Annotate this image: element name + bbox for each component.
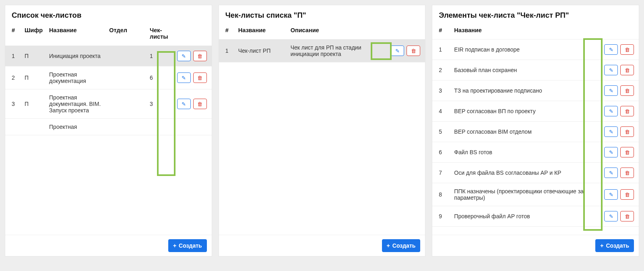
table-row[interactable]: 6Файл BS готов✎🗑	[432, 142, 639, 163]
delete-button[interactable]: 🗑	[620, 44, 634, 55]
panel2-col-name: Название	[235, 21, 287, 39]
table-row[interactable]: 4BEP согласован ВП по проекту✎🗑	[432, 101, 639, 122]
delete-button[interactable]: 🗑	[193, 51, 207, 61]
create-label: Создать	[179, 242, 202, 249]
cell-name: Проектная документация	[46, 66, 106, 89]
cell-name: ППК назначены (проектировщики отвечающие…	[451, 183, 599, 206]
panel2-scroll[interactable]: # Название Описание 1Чек-лист РПЧек лист…	[219, 21, 425, 235]
edit-button[interactable]: ✎	[177, 51, 191, 61]
panel3-table: # Название 1EIR подписан в договоре✎🗑2Ба…	[432, 21, 639, 227]
delete-button[interactable]: 🗑	[193, 99, 207, 109]
cell-code: П	[21, 46, 46, 66]
cell-name: Файл BS готов	[451, 142, 599, 163]
table-row[interactable]: 1EIR подписан в договоре✎🗑	[432, 39, 639, 60]
pencil-icon: ✎	[609, 47, 613, 53]
cell-name: ТЗ на проектирование подписано	[451, 81, 599, 101]
table-row[interactable]: 2Базовый план сохранен✎🗑	[432, 60, 639, 81]
cell-name: EIR подписан в договоре	[451, 39, 599, 60]
pencil-icon: ✎	[182, 53, 186, 59]
cell-checklists	[147, 119, 171, 135]
plus-icon: +	[173, 242, 176, 249]
cell-name: Оси для файла BS согласованы АР и КР	[451, 163, 599, 183]
delete-button[interactable]: 🗑	[620, 189, 634, 200]
plus-icon: +	[387, 242, 390, 249]
panel1-col-num: #	[5, 21, 21, 46]
pencil-icon: ✎	[609, 213, 613, 219]
delete-button[interactable]: 🗑	[620, 211, 634, 221]
pencil-icon: ✎	[609, 192, 613, 198]
cell-num: 2	[432, 60, 451, 81]
panel-checklist-groups: Список чек-листов # Шифр Название Отдел …	[5, 5, 212, 257]
edit-button[interactable]: ✎	[604, 85, 618, 96]
edit-button[interactable]: ✎	[390, 46, 404, 56]
panel1-col-dept: Отдел	[106, 21, 147, 46]
delete-button[interactable]: 🗑	[620, 106, 634, 116]
pencil-icon: ✎	[609, 149, 613, 155]
cell-dept	[106, 46, 147, 66]
cell-code	[21, 119, 46, 135]
table-row[interactable]: Проектная	[5, 119, 212, 135]
cell-name: Базовый план сохранен	[451, 60, 599, 81]
cell-checklists: 1	[147, 46, 171, 66]
panel1-col-code: Шифр	[21, 21, 46, 46]
plus-icon: +	[600, 242, 603, 249]
table-row[interactable]: 8ППК назначены (проектировщики отвечающи…	[432, 183, 639, 206]
table-row[interactable]: 3ППроектная документация. BIM. Запуск пр…	[5, 89, 212, 119]
cell-code: П	[21, 89, 46, 119]
panel3-scroll[interactable]: # Название 1EIR подписан в договоре✎🗑2Ба…	[432, 21, 639, 235]
edit-button[interactable]: ✎	[604, 168, 618, 178]
edit-button[interactable]: ✎	[604, 189, 618, 200]
panel3-title: Элементы чек-листа "Чек-лист РП"	[432, 5, 639, 21]
cell-checklists: 6	[147, 66, 171, 89]
trash-icon: 🗑	[625, 88, 630, 94]
table-row[interactable]: 9Проверочный файл АР готов✎🗑	[432, 206, 639, 227]
panel3-footer: + Создать	[432, 235, 639, 256]
panel2-table: # Название Описание 1Чек-лист РПЧек лист…	[219, 21, 425, 62]
edit-button[interactable]: ✎	[177, 72, 191, 83]
panel1-table: # Шифр Название Отдел Чек-листы 1ПИнициа…	[5, 21, 212, 135]
trash-icon: 🗑	[625, 108, 630, 114]
panel2-col-actions	[385, 21, 425, 39]
cell-num: 3	[432, 81, 451, 101]
edit-button[interactable]: ✎	[604, 106, 618, 116]
delete-button[interactable]: 🗑	[407, 46, 420, 56]
create-button[interactable]: + Создать	[595, 239, 634, 252]
cell-num: 5	[432, 122, 451, 142]
table-row[interactable]: 5BEP согласован BIM отделом✎🗑	[432, 122, 639, 142]
cell-name: BEP согласован BIM отделом	[451, 122, 599, 142]
cell-name: Чек-лист РП	[235, 39, 287, 62]
delete-button[interactable]: 🗑	[620, 126, 634, 137]
panel2-col-num: #	[219, 21, 235, 39]
edit-button[interactable]: ✎	[604, 147, 618, 157]
cell-dept	[106, 89, 147, 119]
panel1-scroll[interactable]: # Шифр Название Отдел Чек-листы 1ПИнициа…	[5, 21, 212, 235]
delete-button[interactable]: 🗑	[620, 65, 634, 75]
pencil-icon: ✎	[395, 48, 400, 54]
edit-button[interactable]: ✎	[604, 65, 618, 75]
trash-icon: 🗑	[197, 75, 202, 81]
cell-num: 2	[5, 66, 21, 89]
table-row[interactable]: 7Оси для файла BS согласованы АР и КР✎🗑	[432, 163, 639, 183]
trash-icon: 🗑	[625, 47, 630, 53]
panel-checklists: Чек-листы списка "П" # Название Описание…	[219, 5, 426, 257]
delete-button[interactable]: 🗑	[193, 72, 207, 83]
cell-num: 9	[432, 206, 451, 227]
create-button[interactable]: + Создать	[382, 239, 421, 252]
panel1-footer: + Создать	[5, 235, 212, 256]
cell-num: 1	[432, 39, 451, 60]
table-row[interactable]: 2ППроектная документация6✎🗑	[5, 66, 212, 89]
table-row[interactable]: 1Чек-лист РПЧек лист для РП на стадии ин…	[219, 39, 425, 62]
create-button[interactable]: + Создать	[168, 239, 207, 252]
edit-button[interactable]: ✎	[604, 44, 618, 55]
three-panel-layout: Список чек-листов # Шифр Название Отдел …	[5, 5, 639, 257]
delete-button[interactable]: 🗑	[620, 147, 634, 157]
table-row[interactable]: 3ТЗ на проектирование подписано✎🗑	[432, 81, 639, 101]
trash-icon: 🗑	[625, 149, 630, 155]
delete-button[interactable]: 🗑	[620, 168, 634, 178]
table-row[interactable]: 1ПИнициация проекта1✎🗑	[5, 46, 212, 66]
edit-button[interactable]: ✎	[604, 211, 618, 221]
delete-button[interactable]: 🗑	[620, 85, 634, 96]
panel-elements: Элементы чек-листа "Чек-лист РП" # Назва…	[432, 5, 639, 257]
edit-button[interactable]: ✎	[177, 99, 191, 109]
edit-button[interactable]: ✎	[604, 126, 618, 137]
